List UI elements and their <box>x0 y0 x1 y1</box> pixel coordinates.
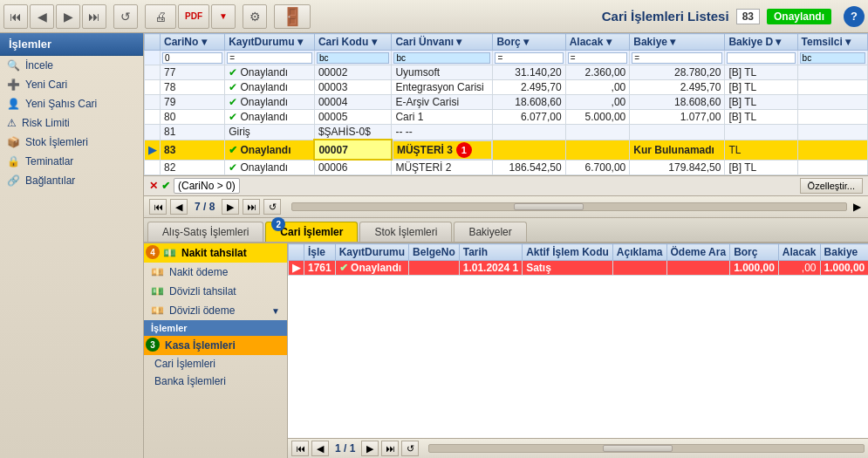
col-header-carino[interactable]: CariNo ▾ <box>161 34 225 51</box>
table-row[interactable]: 77 ✔ Onaylandı 00002 Uyumsoft 31.140,20 … <box>145 65 868 80</box>
filter-kod[interactable] <box>314 51 391 65</box>
filter-input-bakiyeD[interactable] <box>727 52 795 64</box>
filter-input-temsilci[interactable] <box>800 52 865 64</box>
settings-btn[interactable]: ⚙ <box>243 4 267 29</box>
table-row[interactable]: 81 Giriş $ŞAHİS-0$ -- -- <box>145 125 868 140</box>
filter-input-kod[interactable] <box>317 52 389 64</box>
filter-input-borc[interactable] <box>495 52 563 64</box>
filter-temsilci[interactable] <box>797 51 867 65</box>
action-kasa-islemleri[interactable]: 3 Kasa İşlemleri <box>144 336 287 355</box>
nav-next[interactable]: ▶ <box>222 199 239 215</box>
col-header-borc[interactable]: Borç ▾ <box>493 34 565 51</box>
next-btn[interactable]: ▶ <box>56 4 80 29</box>
help-button[interactable]: ? <box>844 6 865 27</box>
print-btn[interactable]: 🖨 <box>145 4 176 29</box>
table-row[interactable]: 78 ✔ Onaylandı 00003 Entegrasyon Carisi … <box>145 80 868 95</box>
nav-last[interactable]: ⏭ <box>243 199 260 215</box>
bcol-alacak[interactable]: Alacak <box>778 244 820 261</box>
cell-temsilci <box>797 160 867 175</box>
action-sub-banka-islemleri[interactable]: Banka İşlemleri <box>144 373 287 390</box>
main-layout: İşlemler 🔍 İncele ➕ Yeni Cari 👤 Yeni Şah… <box>0 33 868 458</box>
row-expand <box>145 65 161 80</box>
filter-bakiyeD[interactable] <box>725 51 797 65</box>
scrollbar-h-bottom[interactable] <box>428 444 865 453</box>
action-dovizli-odeme[interactable]: 💴 Dövizli ödeme ▼ <box>144 301 287 320</box>
bcol-aciklama[interactable]: Açıklama <box>612 244 666 261</box>
exit-btn[interactable]: 🚪 <box>274 4 311 29</box>
filter-input-alacak[interactable] <box>568 52 628 64</box>
action-dovizli-tahsilat[interactable]: 💵 Dövizli tahsilat <box>144 282 287 301</box>
scrollbar-h-top[interactable] <box>291 202 847 211</box>
pdf2-btn[interactable]: ▼ <box>211 4 236 29</box>
tab-stok-islemler[interactable]: Stok İşlemleri <box>359 222 452 242</box>
col-header-unvan[interactable]: Cari Ünvanı ▾ <box>392 34 493 51</box>
sidebar-item-teminatlar[interactable]: 🔒 Teminatlar <box>0 152 143 171</box>
badge-3: 3 <box>146 338 160 352</box>
nav-prev[interactable]: ◀ <box>170 199 188 215</box>
filter-check-icon[interactable]: ✔ <box>161 180 170 192</box>
tab-cari-islemler[interactable]: 2 Cari İşlemler <box>265 222 358 242</box>
grid-page: 7 / 8 <box>195 201 215 213</box>
col-header-bakiye[interactable]: Bakiye ▾ <box>630 34 725 51</box>
filter-borc[interactable] <box>493 51 565 65</box>
table-row-selected[interactable]: ▶ 83 ✔ Onaylandı 00007 MÜŞTERİ 3 1 Kur B… <box>145 140 868 160</box>
prev-btn[interactable]: ◀ <box>30 4 54 29</box>
bnav-refresh[interactable]: ↺ <box>401 441 419 456</box>
tab-alis-satis[interactable]: Alış-Satış İşlemleri <box>147 222 263 242</box>
filter-input-carino[interactable] <box>162 52 222 64</box>
cell-unvan: Uyumsoft <box>392 65 493 80</box>
bcol-kayit[interactable]: KayıtDurumu <box>335 244 408 261</box>
refresh-btn[interactable]: ↺ <box>113 4 138 29</box>
filter-op[interactable] <box>225 51 315 65</box>
tab-bakiyeler[interactable]: Bakiyeler <box>454 222 526 242</box>
bnav-prev[interactable]: ◀ <box>311 441 329 456</box>
sidebar-item-yeni-cari[interactable]: ➕ Yeni Cari <box>0 75 143 94</box>
filter-carino[interactable] <box>161 51 225 65</box>
nav-refresh[interactable]: ↺ <box>263 199 281 215</box>
sidebar-item-incele[interactable]: 🔍 İncele <box>0 56 143 75</box>
pdf-btn[interactable]: PDF <box>178 4 209 29</box>
cell-kod: 00007 <box>314 140 391 160</box>
cell-bakiyeD: [B] TL <box>725 80 797 95</box>
bcol-borc[interactable]: Borç <box>730 244 779 261</box>
filter-input-bakiye[interactable] <box>632 52 722 64</box>
action-nakit-odeme[interactable]: 💴 Nakit ödeme <box>144 263 287 282</box>
col-header-bakiyeD[interactable]: Bakiye D ▾ <box>725 34 797 51</box>
sidebar-item-stok[interactable]: 📦 Stok İşlemleri <box>0 133 143 152</box>
filter-input-unvan[interactable] <box>393 52 490 64</box>
filter-input-op[interactable] <box>227 52 312 64</box>
bnav-last[interactable]: ⏭ <box>381 441 399 456</box>
sidebar-item-yeni-sahis[interactable]: 👤 Yeni Şahıs Cari <box>0 94 143 113</box>
table-row[interactable]: 79 ✔ Onaylandı 00004 E-Arşiv Carisi 18.6… <box>145 95 868 110</box>
first-btn[interactable]: ⏮ <box>3 4 28 29</box>
col-header-kod[interactable]: Cari Kodu ▾ <box>314 34 391 51</box>
action-nakit-tahsilat[interactable]: 4 💵 Nakit tahsilat <box>144 243 287 263</box>
filter-unvan[interactable] <box>392 51 493 65</box>
scroll-right-btn[interactable]: ▶ <box>851 201 863 213</box>
bottom-table-row[interactable]: ▶ 1761 ✔ Onaylandı 1.01.2024 1 Satış 1.0… <box>289 261 869 276</box>
bnav-next[interactable]: ▶ <box>361 441 379 456</box>
table-row[interactable]: 82 ✔ Onaylandı 00006 MÜŞTERİ 2 186.542,5… <box>145 160 868 175</box>
col-header-alacak[interactable]: Alacak ▾ <box>565 34 630 51</box>
action-sub-cari-islemleri[interactable]: Cari İşlemleri <box>144 355 287 373</box>
last-btn[interactable]: ⏭ <box>82 4 106 29</box>
customize-button[interactable]: Özelleştir... <box>800 178 863 194</box>
nav-first[interactable]: ⏮ <box>149 199 167 215</box>
col-header-kayit[interactable]: KayıtDurumu ▾ <box>225 34 315 51</box>
col-header-temsilci[interactable]: Temsilci ▾ <box>797 34 867 51</box>
bnav-first[interactable]: ⏮ <box>291 441 309 456</box>
filter-close-icon[interactable]: ✕ <box>149 180 158 192</box>
bcol-bakiye[interactable]: Bakiye <box>820 244 868 261</box>
bcell-tarih: 1.01.2024 1 <box>459 261 522 276</box>
bcol-isle[interactable]: İşle <box>304 244 336 261</box>
tab-bakiyeler-label: Bakiyeler <box>468 226 511 238</box>
bcol-tarih[interactable]: Tarih <box>459 244 522 261</box>
sidebar-item-baglantılar[interactable]: 🔗 Bağlantılar <box>0 171 143 190</box>
filter-bakiye[interactable] <box>630 51 725 65</box>
bcol-belgeno[interactable]: BelgeNo <box>409 244 460 261</box>
filter-alacak[interactable] <box>565 51 630 65</box>
bcol-odeme[interactable]: Ödeme Ara <box>666 244 730 261</box>
sidebar-item-risk[interactable]: ⚠ Risk Limiti <box>0 113 143 133</box>
bcol-aktif[interactable]: Aktif İşlem Kodu <box>523 244 613 261</box>
table-row[interactable]: 80 ✔ Onaylandı 00005 Cari 1 6.077,00 5.0… <box>145 110 868 125</box>
